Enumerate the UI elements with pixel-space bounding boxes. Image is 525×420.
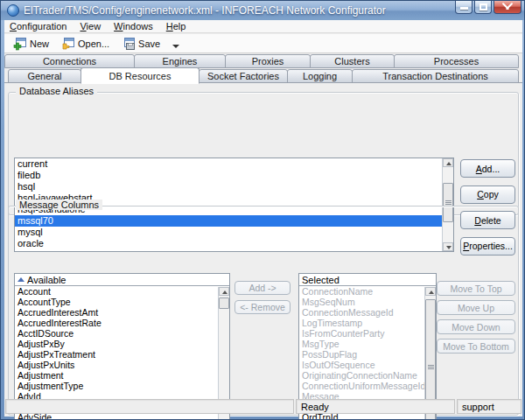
alias-item-current[interactable]: current xyxy=(15,158,453,170)
properties-button[interactable]: Properties... xyxy=(460,237,515,256)
selected-column-logtimestamp[interactable]: LogTimestamp xyxy=(299,318,436,328)
status-cell-empty xyxy=(5,399,294,414)
open-button[interactable]: Open... xyxy=(60,36,111,52)
tab-socket-factories[interactable]: Socket Factories xyxy=(199,69,288,83)
minimize-icon xyxy=(460,7,468,10)
available-column-accounttype[interactable]: AccountType xyxy=(15,297,229,307)
tab-engines[interactable]: Engines xyxy=(134,54,226,68)
add-button[interactable]: Add... xyxy=(460,159,515,178)
selected-column-connectionuniformmessageid[interactable]: ConnectionUniformMessageId xyxy=(299,381,436,391)
selected-column-possdupflag[interactable]: PossDupFlag xyxy=(299,349,436,360)
tab-proxies[interactable]: Proxies xyxy=(225,54,311,68)
move-to-bottom-button[interactable]: Move To Bottom xyxy=(437,339,515,354)
db-resources-panel: Database Aliases currentfiledbhsqlhsql-j… xyxy=(4,82,522,398)
toolbar-overflow-arrow-icon[interactable] xyxy=(172,45,179,48)
available-column-header[interactable]: Available xyxy=(15,274,229,286)
available-column-adjustment[interactable]: Adjustment xyxy=(15,370,229,381)
maximize-button[interactable] xyxy=(474,1,492,14)
save-button[interactable]: Save xyxy=(120,36,162,52)
open-button-label: Open... xyxy=(78,38,109,49)
move-to-top-button[interactable]: Move To Top xyxy=(437,281,515,296)
save-disk-icon xyxy=(122,37,136,51)
available-column-adjustpxby[interactable]: AdjustPxBy xyxy=(15,339,229,349)
scroll-up-icon[interactable] xyxy=(425,287,436,296)
selected-column-msgseqnum[interactable]: MsgSeqNum xyxy=(299,297,436,307)
maximize-icon xyxy=(480,4,487,10)
menu-item-view[interactable]: View xyxy=(80,21,101,32)
scroll-up-icon[interactable] xyxy=(443,158,453,167)
app-window: ElTrader/TMS/Config/enginenetwork.xml - … xyxy=(0,0,525,420)
status-bar: Ready support xyxy=(4,399,522,414)
new-button[interactable]: New xyxy=(11,36,51,52)
tab-transaction-destinations[interactable]: Transaction Destinations xyxy=(352,69,519,83)
available-column-accruedinterestamt[interactable]: AccruedInterestAmt xyxy=(15,307,229,318)
save-button-label: Save xyxy=(138,38,160,49)
status-user: support xyxy=(457,399,522,414)
tab-general[interactable]: General xyxy=(8,69,81,83)
client-area: ConfigurationViewWindowsHelp New Open... xyxy=(4,20,522,416)
add-columns-button[interactable]: Add -> xyxy=(234,281,290,295)
menu-item-configuration[interactable]: Configuration xyxy=(10,21,66,32)
move-up-button[interactable]: Move Up xyxy=(437,300,515,315)
available-column-adjustpxunits[interactable]: AdjustPxUnits xyxy=(15,360,229,370)
selected-header-label: Selected xyxy=(302,274,340,286)
tab-clusters[interactable]: Clusters xyxy=(310,54,395,68)
minimize-button[interactable] xyxy=(455,1,472,14)
selected-column-isfromcounterparty[interactable]: IsFromCounterParty xyxy=(299,328,436,339)
menu-item-windows[interactable]: Windows xyxy=(114,21,153,32)
close-button[interactable] xyxy=(494,1,522,14)
window-title: ElTrader/TMS/Config/enginenetwork.xml - … xyxy=(24,4,386,17)
tab-processes[interactable]: Processes xyxy=(394,54,519,68)
tab-db-resources[interactable]: DB Resources xyxy=(80,67,200,84)
selected-column-connectionmessageid[interactable]: ConnectionMessageId xyxy=(299,307,436,318)
alias-item-filedb[interactable]: filedb xyxy=(15,170,453,181)
available-column-accruedinterestrate[interactable]: AccruedInterestRate xyxy=(15,318,229,328)
app-icon xyxy=(7,4,19,17)
selected-columns-list[interactable]: Selected ConnectionNameMsgSeqNumConnecti… xyxy=(298,273,437,420)
selected-column-originatingconnectionname[interactable]: OriginatingConnectionName xyxy=(299,370,436,381)
selected-column-msgtype[interactable]: MsgType xyxy=(299,339,436,349)
remove-columns-button[interactable]: <- Remove xyxy=(234,300,290,314)
selected-column-header[interactable]: Selected xyxy=(299,274,436,286)
message-columns-title: Message Columns xyxy=(16,200,102,210)
available-header-label: Available xyxy=(27,274,66,286)
scroll-up-icon[interactable] xyxy=(219,287,229,296)
menu-bar: ConfigurationViewWindowsHelp xyxy=(4,20,522,33)
selected-column-isoutofsequence[interactable]: IsOutOfSequence xyxy=(299,360,436,370)
available-scroll-thumb[interactable] xyxy=(219,298,229,309)
available-column-account[interactable]: Account xyxy=(15,286,229,297)
title-bar[interactable]: ElTrader/TMS/Config/enginenetwork.xml - … xyxy=(1,1,524,20)
available-column-adjustmenttype[interactable]: AdjustmentType xyxy=(15,381,229,391)
status-message: Ready xyxy=(296,399,455,414)
tab-connections[interactable]: Connections xyxy=(4,54,135,68)
copy-button[interactable]: Copy xyxy=(460,186,515,204)
open-folder-icon xyxy=(61,37,75,51)
move-down-button[interactable]: Move Down xyxy=(437,319,515,334)
available-column-acctidsource[interactable]: AcctIDSource xyxy=(15,328,229,339)
available-column-adjustpxtreatment[interactable]: AdjustPxTreatment xyxy=(15,349,229,360)
alias-item-hsql[interactable]: hsql xyxy=(15,181,453,192)
tab-logging[interactable]: Logging xyxy=(287,69,353,83)
available-columns-list[interactable]: Available AccountAccountTypeAccruedInter… xyxy=(14,273,230,420)
menu-item-help[interactable]: Help xyxy=(166,21,186,32)
delete-button[interactable]: Delete xyxy=(460,211,515,229)
selected-column-connectionname[interactable]: ConnectionName xyxy=(299,286,436,297)
new-button-label: New xyxy=(30,38,49,49)
database-aliases-title: Database Aliases xyxy=(16,86,97,96)
sort-ascending-icon xyxy=(18,277,24,282)
new-document-icon xyxy=(13,37,27,51)
toolbar: New Open... Save xyxy=(4,34,522,53)
